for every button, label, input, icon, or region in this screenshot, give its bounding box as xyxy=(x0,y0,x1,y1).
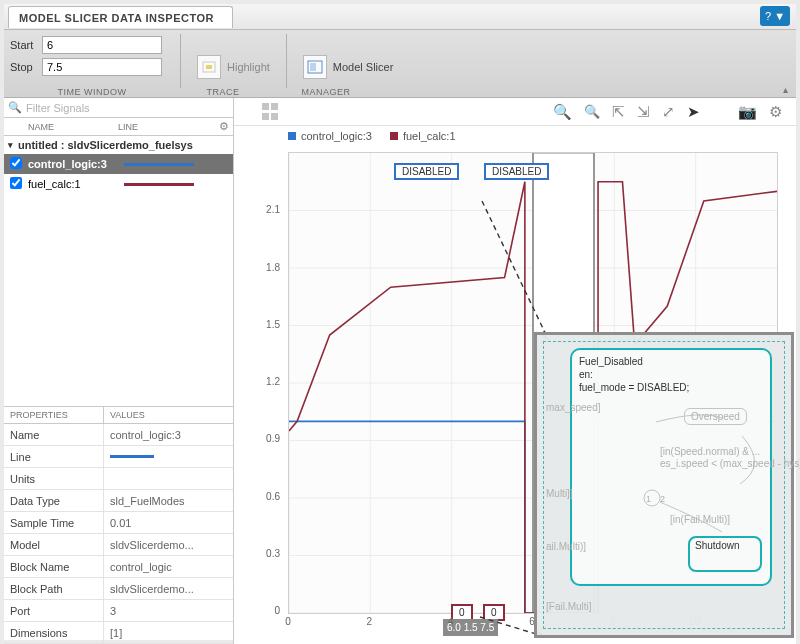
properties-table: Namecontrol_logic:3LineUnitsData Typesld… xyxy=(4,424,233,644)
svg-text:2: 2 xyxy=(660,494,665,504)
gear-icon[interactable]: ⚙ xyxy=(219,120,229,133)
chevron-down-icon: ▾ xyxy=(8,140,18,150)
state-title: Fuel_Disabled xyxy=(579,355,763,368)
start-label: Start xyxy=(10,39,42,51)
legend-item-a: control_logic:3 xyxy=(288,130,372,142)
manager-label: MANAGER xyxy=(266,87,386,97)
settings-gear-icon[interactable]: ⚙ xyxy=(769,103,782,121)
collapse-ribbon-icon[interactable]: ▴ xyxy=(783,84,788,95)
signal-checkbox[interactable] xyxy=(10,157,22,169)
overspeed-state: Overspeed xyxy=(684,408,747,425)
model-slicer-icon xyxy=(303,55,327,79)
prop-row: ModelsldvSlicerdemo... xyxy=(4,534,233,556)
svg-text:1: 1 xyxy=(646,494,651,504)
disabled-badge-b: DISABLED xyxy=(484,163,549,180)
prop-row: Block PathsldvSlicerdemo... xyxy=(4,578,233,600)
app-tab[interactable]: MODEL SLICER DATA INSPECTOR xyxy=(8,6,233,28)
zoom-out-icon[interactable]: 🔍 xyxy=(584,104,600,119)
time-window-label: TIME WINDOW xyxy=(4,87,180,97)
fit-icon[interactable]: ⤢ xyxy=(662,103,675,121)
signal-checkbox[interactable] xyxy=(10,177,22,189)
signal-row[interactable]: control_logic:3 xyxy=(4,154,233,174)
stateflow-callout: Fuel_Disabled en: fuel_mode = DISABLED; … xyxy=(534,332,794,638)
trace-label: TRACE xyxy=(180,87,266,97)
pointer-icon[interactable]: ➤ xyxy=(687,103,700,121)
subplot-grid-icon[interactable] xyxy=(262,103,280,121)
signal-row[interactable]: fuel_calc:1 xyxy=(4,174,233,194)
prop-row: Namecontrol_logic:3 xyxy=(4,424,233,446)
sidebar: 🔍 Filter Signals NAME LINE ⚙ ▾ untitled … xyxy=(4,98,234,644)
help-button[interactable]: ? ▼ xyxy=(760,6,790,26)
filter-signals-field[interactable]: 🔍 Filter Signals xyxy=(4,98,233,118)
props-header: PROPERTIES VALUES xyxy=(4,406,233,424)
ribbon-toolbar: Start Stop Highlight Model Slicer TIME W… xyxy=(4,30,796,98)
model-slicer-button[interactable]: Model Slicer xyxy=(297,51,400,83)
zoom-x-icon[interactable]: ⇱ xyxy=(612,103,625,121)
tree-group[interactable]: ▾ untitled : sldvSlicerdemo_fuelsys xyxy=(4,136,233,154)
stop-input[interactable] xyxy=(42,58,162,76)
y-axis: 00.30.60.91.21.51.82.1 xyxy=(234,152,286,614)
svg-point-21 xyxy=(644,490,660,506)
highlight-icon xyxy=(197,55,221,79)
camera-icon[interactable]: 📷 xyxy=(738,103,757,121)
prop-row: Port3 xyxy=(4,600,233,622)
start-input[interactable] xyxy=(42,36,162,54)
title-bar: MODEL SLICER DATA INSPECTOR ? ▼ xyxy=(4,4,796,30)
disabled-badge-a: DISABLED xyxy=(394,163,459,180)
search-icon: 🔍 xyxy=(8,101,22,114)
zoom-in-icon[interactable]: 🔍 xyxy=(553,103,572,121)
signals-tree: ▾ untitled : sldvSlicerdemo_fuelsys cont… xyxy=(4,136,233,406)
prop-row: Sample Time0.01 xyxy=(4,512,233,534)
prop-row: Line xyxy=(4,446,233,468)
plot-toolbar: 🔍 🔍 ⇱ ⇲ ⤢ ➤ 📷 ⚙ xyxy=(234,98,796,126)
signals-header: NAME LINE ⚙ xyxy=(4,118,233,136)
zoom-y-icon[interactable]: ⇲ xyxy=(637,103,650,121)
shutdown-state: Shutdown xyxy=(695,540,739,551)
svg-rect-1 xyxy=(206,65,212,69)
highlight-button[interactable]: Highlight xyxy=(191,51,276,83)
legend-item-b: fuel_calc:1 xyxy=(390,130,456,142)
prop-row: Data Typesld_FuelModes xyxy=(4,490,233,512)
legend: control_logic:3 fuel_calc:1 xyxy=(234,126,796,146)
prop-row: Block Namecontrol_logic xyxy=(4,556,233,578)
prop-row: Dimensions[1] xyxy=(4,622,233,644)
prop-row: Units xyxy=(4,468,233,490)
svg-rect-3 xyxy=(310,63,316,71)
stop-label: Stop xyxy=(10,61,42,73)
